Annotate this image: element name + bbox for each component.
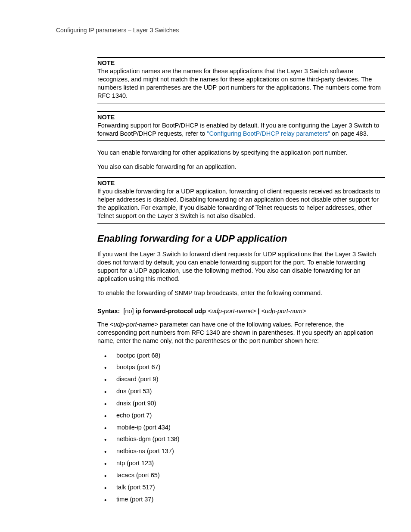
rule (97, 223, 385, 224)
list-item: netbios-dgm (port 138) (104, 435, 385, 443)
list-item: netbios-ns (port 137) (104, 447, 385, 455)
breadcrumb: Configuring IP parameters – Layer 3 Swit… (56, 27, 179, 34)
cross-reference-link[interactable]: "Configuring BootP/DHCP relay parameters… (207, 130, 330, 137)
syntax-optional: [no] (123, 308, 134, 314)
syntax-label: Syntax: (97, 308, 120, 314)
syntax-pipe: | (258, 308, 259, 314)
syntax-arg: <udp-port-name> (208, 308, 256, 314)
paragraph: To enable the forwarding of SNMP trap br… (97, 289, 385, 297)
text: The (97, 321, 110, 328)
page-content: NOTE The application names are the names… (97, 57, 385, 503)
syntax-line: Syntax: [no] ip forward-protocol udp <ud… (97, 308, 385, 314)
list-item: dns (port 53) (104, 387, 385, 395)
syntax-command: ip forward-protocol udp (136, 308, 206, 314)
note-block-1: NOTE The application names are the names… (97, 57, 385, 103)
list-item: time (port 37) (104, 495, 385, 504)
rule (97, 103, 385, 103)
parameter-name: <udp-port-name> (110, 321, 158, 328)
paragraph: The <udp-port-name> parameter can have o… (97, 320, 385, 345)
note-text: The application names are the names for … (97, 67, 385, 100)
page-header: Configuring IP parameters – Layer 3 Swit… (56, 27, 385, 34)
list-item: bootpc (port 68) (104, 352, 385, 360)
list-item: discard (port 9) (104, 375, 385, 383)
paragraph: If you want the Layer 3 Switch to forwar… (97, 250, 385, 283)
note-block-2: NOTE Forwarding support for BootP/DHCP i… (97, 111, 385, 141)
list-item: mobile-ip (port 434) (104, 423, 385, 432)
rule (97, 140, 385, 141)
list-item: tacacs (port 65) (104, 471, 385, 479)
note-label: NOTE (97, 114, 385, 121)
page: Configuring IP parameters – Layer 3 Swit… (0, 0, 411, 532)
port-list: bootpc (port 68) bootps (port 67) discar… (104, 352, 385, 504)
list-item: bootps (port 67) (104, 363, 385, 371)
paragraph: You also can disable forwarding for an a… (97, 163, 385, 171)
note-label: NOTE (97, 180, 385, 187)
list-item: talk (port 517) (104, 483, 385, 492)
list-item: ntp (port 123) (104, 459, 385, 467)
note-label: NOTE (97, 59, 385, 66)
syntax-arg: <udp-port-num> (261, 308, 306, 314)
list-item: echo (port 7) (104, 411, 385, 420)
rule (97, 57, 385, 58)
list-item: dnsix (port 90) (104, 399, 385, 408)
note-text: If you disable forwarding for a UDP appl… (97, 187, 385, 221)
rule (97, 177, 385, 178)
paragraph: You can enable forwarding for other appl… (97, 149, 385, 157)
note-text-post: on page 483. (330, 130, 368, 137)
note-block-3: NOTE If you disable forwarding for a UDP… (97, 177, 385, 224)
rule (97, 111, 385, 112)
note-text: Forwarding support for BootP/DHCP is ena… (97, 121, 385, 138)
section-heading: Enabling forwarding for a UDP applicatio… (97, 233, 385, 244)
